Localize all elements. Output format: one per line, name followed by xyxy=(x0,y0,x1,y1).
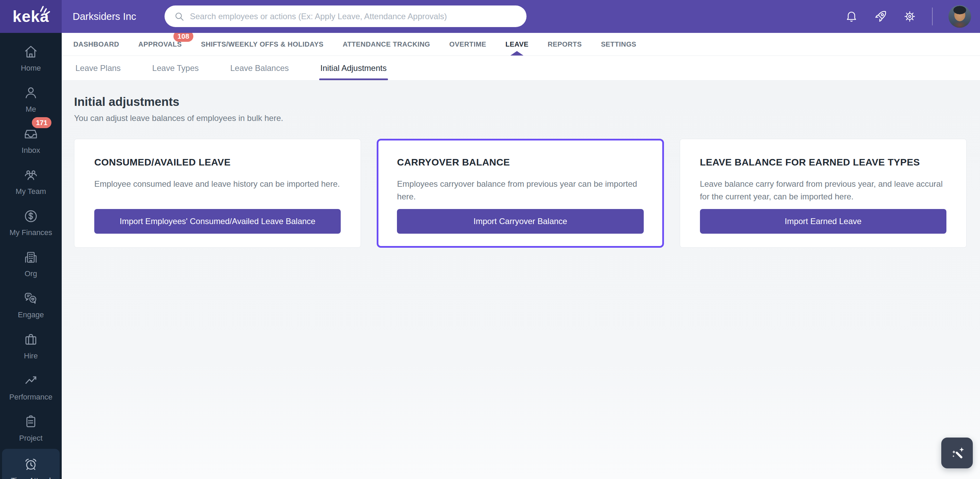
sidebar-item-label: Me xyxy=(26,105,37,114)
card-carryover-balance: CARRYOVER BALANCE Employees carryover ba… xyxy=(377,139,663,248)
finance-icon xyxy=(23,208,39,224)
trend-up-icon xyxy=(23,373,39,389)
sidebar-item-label: Org xyxy=(25,269,37,278)
content-area: Initial adjustments You can adjust leave… xyxy=(62,81,980,479)
card-title: CARRYOVER BALANCE xyxy=(397,157,643,168)
global-search[interactable] xyxy=(164,5,527,27)
leave-sub-tab-bar: Leave Plans Leave Types Leave Balances I… xyxy=(62,56,980,81)
sidebar: Home Me 171 Inbox My Team xyxy=(0,33,62,479)
sidebar-item-project[interactable]: Project xyxy=(0,408,62,449)
page-subtitle: You can adjust leave balances of employe… xyxy=(74,113,967,123)
card-title: LEAVE BALANCE FOR EARNED LEAVE TYPES xyxy=(700,157,947,168)
sidebar-item-org[interactable]: Org xyxy=(0,243,62,284)
card-description: Employees carryover balance from previou… xyxy=(397,178,643,203)
card-consumed-availed-leave: CONSUMED/AVAILED LEAVE Employee consumed… xyxy=(74,139,361,248)
import-consumed-availed-leave-button[interactable]: Import Employees' Consumed/Availed Leave… xyxy=(94,209,341,234)
tab-approvals-label: APPROVALS xyxy=(138,40,182,48)
sidebar-item-label: Time Attend xyxy=(11,476,51,479)
adjustment-cards: CONSUMED/AVAILED LEAVE Employee consumed… xyxy=(74,139,967,248)
search-input[interactable] xyxy=(190,12,517,21)
card-earned-leave-balance: LEAVE BALANCE FOR EARNED LEAVE TYPES Lea… xyxy=(680,139,967,248)
tab-approvals[interactable]: APPROVALS 108 xyxy=(138,33,182,56)
tab-attendance-tracking[interactable]: ATTENDANCE TRACKING xyxy=(343,33,430,56)
topbar-divider xyxy=(932,8,933,25)
sidebar-item-engage[interactable]: Engage xyxy=(0,284,62,325)
sidebar-item-label: Project xyxy=(19,434,43,443)
home-icon xyxy=(23,44,39,60)
sidebar-item-performance[interactable]: Performance xyxy=(0,366,62,408)
tab-dashboard[interactable]: DASHBOARD xyxy=(73,33,119,56)
engage-chat-icon xyxy=(23,290,39,306)
sidebar-item-hire[interactable]: Hire xyxy=(0,325,62,366)
subtab-leave-types[interactable]: Leave Types xyxy=(151,56,200,80)
company-name: Darksiders Inc xyxy=(73,11,136,22)
sidebar-item-label: Home xyxy=(21,64,41,73)
sidebar-item-label: My Finances xyxy=(10,228,52,237)
card-description: Leave balance carry forward from previou… xyxy=(700,178,947,203)
sidebar-item-my-finances[interactable]: My Finances xyxy=(0,202,62,243)
inbox-icon: 171 xyxy=(23,126,39,142)
import-earned-leave-button[interactable]: Import Earned Leave xyxy=(700,209,947,234)
sidebar-item-my-team[interactable]: My Team xyxy=(0,161,62,202)
sidebar-item-inbox[interactable]: 171 Inbox xyxy=(0,120,62,161)
person-icon xyxy=(23,85,39,101)
alarm-clock-icon xyxy=(23,457,39,472)
rocket-icon xyxy=(874,10,888,23)
subtab-leave-plans[interactable]: Leave Plans xyxy=(74,56,122,80)
sidebar-item-label: Hire xyxy=(24,352,38,360)
tab-overtime[interactable]: OVERTIME xyxy=(449,33,487,56)
subtab-leave-balances[interactable]: Leave Balances xyxy=(229,56,290,80)
sidebar-item-label: Performance xyxy=(9,393,52,401)
sidebar-item-label: Inbox xyxy=(22,146,40,155)
team-icon xyxy=(23,167,39,183)
card-description: Employee consumed leave and leave histor… xyxy=(94,178,341,190)
page-title: Initial adjustments xyxy=(74,95,967,109)
subtab-initial-adjustments[interactable]: Initial Adjustments xyxy=(319,56,388,80)
magic-assistant-fab[interactable] xyxy=(941,438,973,468)
topbar-actions xyxy=(845,5,971,28)
sidebar-item-time-attend[interactable]: Time Attend xyxy=(2,449,60,479)
whats-new-button[interactable] xyxy=(874,10,888,23)
sidebar-item-label: My Team xyxy=(16,187,46,196)
gear-icon xyxy=(903,10,916,23)
search-icon xyxy=(174,11,185,22)
tab-shifts-weekly-offs-holidays[interactable]: SHIFTS/WEEKLY OFFS & HOLIDAYS xyxy=(201,33,324,56)
notifications-button[interactable] xyxy=(845,10,858,23)
tab-settings[interactable]: SETTINGS xyxy=(601,33,636,56)
inbox-count-badge: 171 xyxy=(32,117,51,128)
import-carryover-balance-button[interactable]: Import Carryover Balance xyxy=(397,209,643,234)
module-tab-bar: DASHBOARD APPROVALS 108 SHIFTS/WEEKLY OF… xyxy=(62,33,980,56)
tab-reports[interactable]: REPORTS xyxy=(548,33,582,56)
logo-sparks-icon xyxy=(39,5,53,16)
settings-button[interactable] xyxy=(903,10,916,23)
main-area: DASHBOARD APPROVALS 108 SHIFTS/WEEKLY OF… xyxy=(62,0,980,479)
card-title: CONSUMED/AVAILED LEAVE xyxy=(94,157,341,168)
tab-leave[interactable]: LEAVE xyxy=(505,33,528,56)
sidebar-item-home[interactable]: Home xyxy=(0,38,62,79)
org-building-icon xyxy=(23,249,39,265)
magic-wand-icon xyxy=(948,444,966,462)
briefcase-icon xyxy=(23,331,39,347)
bell-icon xyxy=(845,10,858,23)
topbar: keka Darksiders Inc xyxy=(0,0,980,33)
sidebar-item-label: Engage xyxy=(18,311,44,319)
clipboard-icon xyxy=(23,414,39,430)
keka-logo[interactable]: keka xyxy=(0,0,62,33)
user-avatar[interactable] xyxy=(948,5,971,28)
sidebar-item-me[interactable]: Me xyxy=(0,79,62,120)
